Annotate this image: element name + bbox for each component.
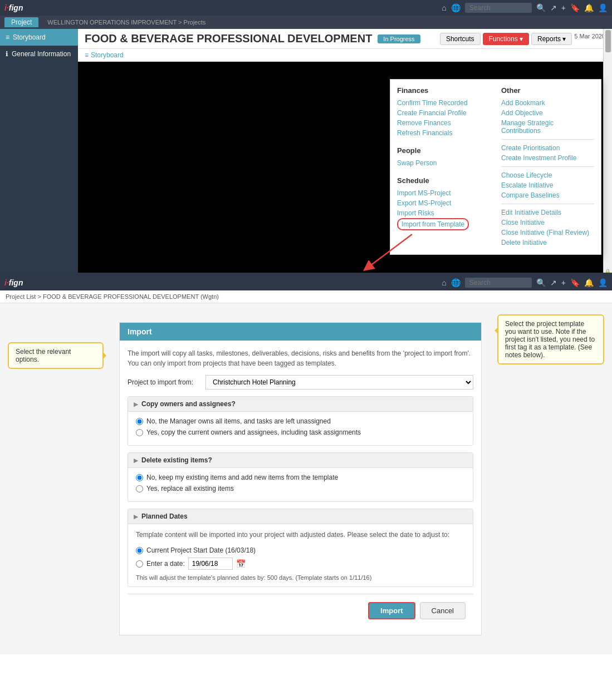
sub-nav-storyboard[interactable]: ≡ Storyboard xyxy=(85,51,124,59)
red-arrow-svg xyxy=(356,229,423,273)
delete-existing-section: ▶ Delete existing items? No, keep my exi… xyxy=(128,452,473,502)
sub-nav-storyboard-label: Storyboard xyxy=(91,51,124,59)
copy-owners-toggle[interactable]: ▶ xyxy=(134,401,138,407)
bookmark-icon[interactable]: 🔖 xyxy=(570,3,580,12)
delete-option-no-label: No, keep my existing items and add new i… xyxy=(146,474,338,481)
app-logo: i·fign xyxy=(4,3,23,12)
tooltip-right-text: Select the project template you want to … xyxy=(505,320,595,359)
import-ms-project-item[interactable]: Import MS-Project xyxy=(397,188,490,198)
import-button[interactable]: Import xyxy=(368,602,415,619)
delete-existing-toggle[interactable]: ▶ xyxy=(134,457,138,464)
project-select-row: Project to import from: Christchurch Hot… xyxy=(128,375,473,390)
shortcuts-button[interactable]: Shortcuts xyxy=(440,33,481,45)
sub-nav: ≡ Storyboard xyxy=(78,49,612,62)
copy-option-no-radio[interactable] xyxy=(136,418,143,425)
create-financial-item[interactable]: Create Financial Profile xyxy=(397,108,490,118)
add-objective-item[interactable]: Add Objective xyxy=(501,108,594,118)
date-option-enter-radio[interactable] xyxy=(136,560,143,568)
planned-dates-title: Planned Dates xyxy=(141,512,188,520)
remove-finances-item[interactable]: Remove Finances xyxy=(397,118,490,128)
close-initiative-final-item[interactable]: Close Initiative (Final Review) xyxy=(501,228,594,238)
user-icon[interactable]: 👤 xyxy=(598,3,608,12)
sub-nav-storyboard-icon: ≡ xyxy=(85,51,89,59)
adjust-text: This will adjust the template's planned … xyxy=(136,574,465,581)
globe-icon[interactable]: 🌐 xyxy=(451,3,461,12)
top-search-input[interactable] xyxy=(465,3,532,13)
reports-button[interactable]: Reports ▾ xyxy=(531,33,572,45)
search-icon[interactable]: 🔍 xyxy=(536,3,546,12)
bottom-app-header: i·fign ⌂ 🌐 🔍 ↗ + 🔖 🔔 👤 xyxy=(0,275,612,290)
create-investment-item[interactable]: Create Investment Profile xyxy=(501,153,594,163)
delete-initiative-item[interactable]: Delete Initiative xyxy=(501,238,594,248)
add-icon[interactable]: + xyxy=(561,3,566,12)
top-section: i·fign ⌂ 🌐 🔍 ↗ + 🔖 🔔 👤 Project WELLINGTO… xyxy=(0,0,612,273)
copy-owners-section: ▶ Copy owners and assignees? No, the Man… xyxy=(128,396,473,446)
refresh-financials-item[interactable]: Refresh Financials xyxy=(397,128,490,138)
copy-option-yes-radio[interactable] xyxy=(136,429,143,436)
scrollbar-thumb xyxy=(605,30,611,52)
top-app-header: i·fign ⌂ 🌐 🔍 ↗ + 🔖 🔔 👤 xyxy=(0,0,612,16)
bottom-bookmark-icon[interactable]: 🔖 xyxy=(570,278,580,287)
delete-option-yes-radio[interactable] xyxy=(136,485,143,492)
swap-person-item[interactable]: Swap Person xyxy=(397,158,490,168)
compare-baselines-item[interactable]: Compare Baselines xyxy=(501,190,594,200)
bottom-section: i·fign ⌂ 🌐 🔍 ↗ + 🔖 🔔 👤 Project List > FO… xyxy=(0,273,612,654)
scrollbar[interactable]: 🔒 xyxy=(603,29,612,273)
delete-option-no-radio[interactable] xyxy=(136,474,143,481)
confirm-time-item[interactable]: Confirm Time Recorded xyxy=(397,98,490,108)
date-input[interactable]: 19/06/18 xyxy=(188,558,233,570)
cancel-button[interactable]: Cancel xyxy=(420,602,466,619)
create-prioritisation-item[interactable]: Create Prioritisation xyxy=(501,143,594,153)
bottom-app-logo: i·fign xyxy=(4,278,23,287)
sidebar-item-storyboard[interactable]: ≡ Storyboard xyxy=(0,29,78,46)
sidebar-general-info-label: General Information xyxy=(12,50,71,58)
import-risks-item[interactable]: Import Risks xyxy=(397,208,490,218)
bottom-breadcrumb: Project List > FOOD & BEVERAGE PROFESSIO… xyxy=(0,290,612,303)
bottom-search-icon[interactable]: 🔍 xyxy=(536,278,546,287)
choose-lifecycle-item[interactable]: Choose Lifecycle xyxy=(501,170,594,180)
delete-existing-header: ▶ Delete existing items? xyxy=(128,453,473,468)
project-select[interactable]: Christchurch Hotel Planning xyxy=(205,375,473,390)
sidebar-item-general-info[interactable]: ℹ General Information xyxy=(0,46,78,62)
import-description: The import will copy all tasks, mileston… xyxy=(128,348,473,368)
functions-button[interactable]: Functions ▾ xyxy=(483,33,529,45)
bell-icon[interactable]: 🔔 xyxy=(584,3,594,12)
import-container: Import The import will copy all tasks, m… xyxy=(119,322,482,635)
add-bookmark-item[interactable]: Add Bookmark xyxy=(501,98,594,108)
home-icon[interactable]: ⌂ xyxy=(442,3,446,12)
copy-owners-body: No, the Manager owns all items, and task… xyxy=(128,412,473,445)
copy-option-no: No, the Manager owns all items, and task… xyxy=(136,417,465,425)
schedule-section-title: Schedule xyxy=(397,176,490,185)
bottom-share-icon[interactable]: ↗ xyxy=(550,278,557,287)
share-icon[interactable]: ↗ xyxy=(550,3,557,12)
dropdown-columns: Finances Confirm Time Recorded Create Fi… xyxy=(397,86,594,248)
planned-dates-body: Template content will be imported into y… xyxy=(128,524,473,586)
import-body: The import will copy all tasks, mileston… xyxy=(120,341,481,635)
date-option-enter: Enter a date: 19/06/18 📅 xyxy=(136,558,465,570)
bottom-add-icon[interactable]: + xyxy=(561,278,566,287)
close-initiative-item[interactable]: Close Initiative xyxy=(501,218,594,228)
escalate-initiative-item[interactable]: Escalate Initiative xyxy=(501,180,594,190)
bottom-search-input[interactable] xyxy=(465,278,532,288)
edit-initiative-item[interactable]: Edit Initiative Details xyxy=(501,208,594,218)
date-option-current-radio[interactable] xyxy=(136,547,143,554)
project-title: FOOD & BEVERAGE PROFESSIONAL DEVELOPMENT xyxy=(85,32,372,45)
sidebar-storyboard-label: Storyboard xyxy=(13,33,46,41)
date-option-current: Current Project Start Date (16/03/18) xyxy=(136,546,465,554)
bottom-home-icon[interactable]: ⌂ xyxy=(442,278,446,287)
manage-strategic-item[interactable]: Manage Strategic Contributions xyxy=(501,118,594,136)
copy-option-yes-label: Yes, copy the current owners and assigne… xyxy=(146,428,361,436)
bottom-bell-icon[interactable]: 🔔 xyxy=(584,278,594,287)
delete-option-yes: Yes, replace all existing items xyxy=(136,485,465,492)
form-actions: Import Cancel xyxy=(128,594,473,627)
planned-dates-section: ▶ Planned Dates Template content will be… xyxy=(128,509,473,587)
bottom-globe-icon[interactable]: 🌐 xyxy=(451,278,461,287)
calendar-icon[interactable]: 📅 xyxy=(236,559,246,568)
export-ms-project-item[interactable]: Export MS-Project xyxy=(397,198,490,208)
bottom-user-icon[interactable]: 👤 xyxy=(598,278,608,287)
top-main-content: FOOD & BEVERAGE PROFESSIONAL DEVELOPMENT… xyxy=(78,29,612,273)
copy-option-yes: Yes, copy the current owners and assigne… xyxy=(136,428,465,436)
project-tab[interactable]: Project xyxy=(4,17,38,27)
planned-dates-toggle[interactable]: ▶ xyxy=(134,514,138,520)
tooltip-right: Select the project template you want to … xyxy=(497,314,604,364)
